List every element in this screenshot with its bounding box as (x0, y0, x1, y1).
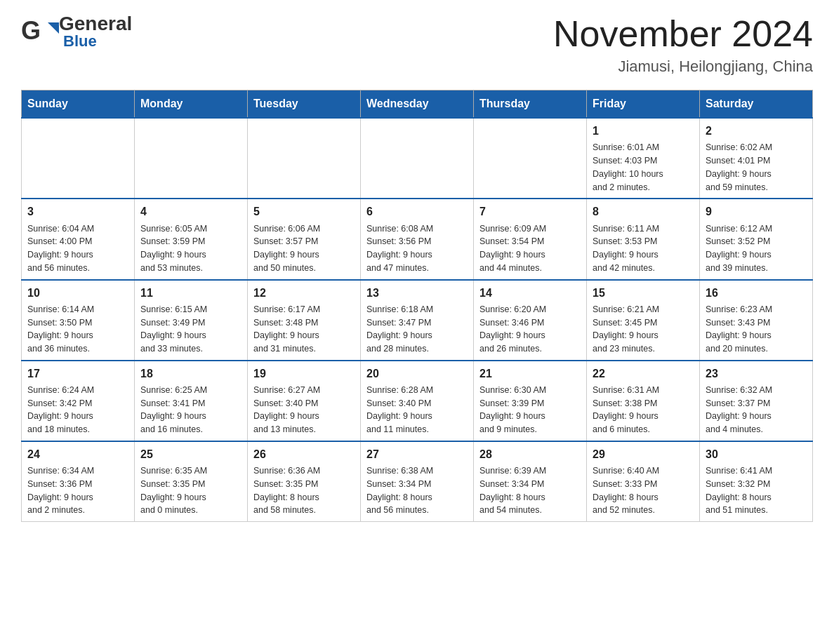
day-number: 20 (366, 365, 468, 382)
day-info: Sunrise: 6:15 AM Sunset: 3:49 PM Dayligh… (140, 303, 241, 356)
calendar-cell: 20Sunrise: 6:28 AM Sunset: 3:40 PM Dayli… (361, 361, 474, 441)
calendar-cell: 16Sunrise: 6:23 AM Sunset: 3:43 PM Dayli… (700, 280, 813, 361)
calendar-cell: 8Sunrise: 6:11 AM Sunset: 3:53 PM Daylig… (587, 199, 700, 279)
calendar-cell (361, 118, 474, 199)
day-number: 30 (706, 446, 807, 462)
day-number: 28 (479, 446, 581, 462)
day-number: 3 (27, 203, 128, 220)
calendar-cell: 18Sunrise: 6:25 AM Sunset: 3:41 PM Dayli… (135, 361, 248, 441)
day-info: Sunrise: 6:14 AM Sunset: 3:50 PM Dayligh… (27, 303, 128, 356)
calendar-week-row: 10Sunrise: 6:14 AM Sunset: 3:50 PM Dayli… (22, 280, 813, 361)
calendar-cell: 1Sunrise: 6:01 AM Sunset: 4:03 PM Daylig… (587, 118, 700, 199)
day-info: Sunrise: 6:25 AM Sunset: 3:41 PM Dayligh… (140, 384, 241, 436)
day-number: 8 (593, 203, 694, 220)
calendar-cell: 17Sunrise: 6:24 AM Sunset: 3:42 PM Dayli… (22, 361, 135, 441)
day-number: 11 (140, 285, 241, 301)
day-number: 10 (27, 285, 128, 301)
weekday-header-row: SundayMondayTuesdayWednesdayThursdayFrid… (22, 90, 813, 119)
calendar-cell: 14Sunrise: 6:20 AM Sunset: 3:46 PM Dayli… (474, 280, 587, 361)
day-number: 27 (366, 446, 468, 462)
logo-general-text: General (59, 14, 132, 34)
calendar-cell: 11Sunrise: 6:15 AM Sunset: 3:49 PM Dayli… (135, 280, 248, 361)
calendar-cell: 10Sunrise: 6:14 AM Sunset: 3:50 PM Dayli… (22, 280, 135, 361)
day-info: Sunrise: 6:06 AM Sunset: 3:57 PM Dayligh… (253, 222, 355, 275)
day-number: 17 (27, 365, 128, 382)
day-info: Sunrise: 6:11 AM Sunset: 3:53 PM Dayligh… (593, 222, 694, 275)
day-info: Sunrise: 6:41 AM Sunset: 3:32 PM Dayligh… (706, 464, 807, 517)
svg-text:G: G (21, 17, 41, 45)
page-header: G General Blue November 2024 Jiamusi, He… (21, 14, 813, 76)
calendar-cell: 9Sunrise: 6:12 AM Sunset: 3:52 PM Daylig… (700, 199, 813, 279)
day-number: 13 (366, 285, 468, 301)
day-info: Sunrise: 6:34 AM Sunset: 3:36 PM Dayligh… (27, 464, 128, 517)
calendar-cell (22, 118, 135, 199)
day-number: 21 (479, 365, 581, 382)
calendar-cell: 24Sunrise: 6:34 AM Sunset: 3:36 PM Dayli… (22, 441, 135, 522)
calendar-cell: 23Sunrise: 6:32 AM Sunset: 3:37 PM Dayli… (700, 361, 813, 441)
calendar-cell: 28Sunrise: 6:39 AM Sunset: 3:34 PM Dayli… (474, 441, 587, 522)
weekday-header: Thursday (474, 90, 587, 119)
day-number: 23 (706, 365, 807, 382)
weekday-header: Sunday (22, 90, 135, 119)
day-info: Sunrise: 6:27 AM Sunset: 3:40 PM Dayligh… (253, 384, 355, 436)
calendar-table: SundayMondayTuesdayWednesdayThursdayFrid… (21, 90, 813, 522)
day-info: Sunrise: 6:36 AM Sunset: 3:35 PM Dayligh… (253, 464, 355, 517)
day-number: 19 (253, 365, 355, 382)
calendar-week-row: 1Sunrise: 6:01 AM Sunset: 4:03 PM Daylig… (22, 118, 813, 199)
day-number: 24 (27, 446, 128, 462)
calendar-cell: 3Sunrise: 6:04 AM Sunset: 4:00 PM Daylig… (22, 199, 135, 279)
day-info: Sunrise: 6:21 AM Sunset: 3:45 PM Dayligh… (593, 303, 694, 356)
day-info: Sunrise: 6:40 AM Sunset: 3:33 PM Dayligh… (593, 464, 694, 517)
calendar-cell: 15Sunrise: 6:21 AM Sunset: 3:45 PM Dayli… (587, 280, 700, 361)
day-number: 9 (706, 203, 807, 220)
calendar-cell (474, 118, 587, 199)
day-number: 29 (593, 446, 694, 462)
day-info: Sunrise: 6:39 AM Sunset: 3:34 PM Dayligh… (479, 464, 581, 517)
calendar-cell (135, 118, 248, 199)
weekday-header: Wednesday (361, 90, 474, 119)
day-info: Sunrise: 6:05 AM Sunset: 3:59 PM Dayligh… (140, 222, 241, 275)
day-number: 26 (253, 446, 355, 462)
calendar-cell: 5Sunrise: 6:06 AM Sunset: 3:57 PM Daylig… (248, 199, 361, 279)
calendar-cell: 19Sunrise: 6:27 AM Sunset: 3:40 PM Dayli… (248, 361, 361, 441)
calendar-cell (248, 118, 361, 199)
day-number: 14 (479, 285, 581, 301)
day-number: 15 (593, 285, 694, 301)
day-number: 5 (253, 203, 355, 220)
day-number: 2 (706, 123, 807, 139)
day-info: Sunrise: 6:31 AM Sunset: 3:38 PM Dayligh… (593, 384, 694, 436)
calendar-cell: 27Sunrise: 6:38 AM Sunset: 3:34 PM Dayli… (361, 441, 474, 522)
calendar-week-row: 17Sunrise: 6:24 AM Sunset: 3:42 PM Dayli… (22, 361, 813, 441)
day-info: Sunrise: 6:23 AM Sunset: 3:43 PM Dayligh… (706, 303, 807, 356)
day-info: Sunrise: 6:28 AM Sunset: 3:40 PM Dayligh… (366, 384, 468, 436)
calendar-cell: 13Sunrise: 6:18 AM Sunset: 3:47 PM Dayli… (361, 280, 474, 361)
day-number: 1 (593, 123, 694, 139)
logo: G General Blue (21, 14, 132, 51)
day-info: Sunrise: 6:12 AM Sunset: 3:52 PM Dayligh… (706, 222, 807, 275)
day-number: 4 (140, 203, 241, 220)
title-area: November 2024 Jiamusi, Heilongjiang, Chi… (553, 14, 813, 76)
day-number: 6 (366, 203, 468, 220)
day-number: 18 (140, 365, 241, 382)
day-info: Sunrise: 6:30 AM Sunset: 3:39 PM Dayligh… (479, 384, 581, 436)
calendar-cell: 21Sunrise: 6:30 AM Sunset: 3:39 PM Dayli… (474, 361, 587, 441)
logo-icon: G (21, 17, 59, 48)
calendar-cell: 12Sunrise: 6:17 AM Sunset: 3:48 PM Dayli… (248, 280, 361, 361)
calendar-cell: 2Sunrise: 6:02 AM Sunset: 4:01 PM Daylig… (700, 118, 813, 199)
day-info: Sunrise: 6:35 AM Sunset: 3:35 PM Dayligh… (140, 464, 241, 517)
calendar-cell: 29Sunrise: 6:40 AM Sunset: 3:33 PM Dayli… (587, 441, 700, 522)
day-number: 22 (593, 365, 694, 382)
calendar-week-row: 24Sunrise: 6:34 AM Sunset: 3:36 PM Dayli… (22, 441, 813, 522)
day-info: Sunrise: 6:01 AM Sunset: 4:03 PM Dayligh… (593, 141, 694, 194)
day-info: Sunrise: 6:09 AM Sunset: 3:54 PM Dayligh… (479, 222, 581, 275)
day-number: 7 (479, 203, 581, 220)
weekday-header: Saturday (700, 90, 813, 119)
calendar-cell: 6Sunrise: 6:08 AM Sunset: 3:56 PM Daylig… (361, 199, 474, 279)
day-info: Sunrise: 6:04 AM Sunset: 4:00 PM Dayligh… (27, 222, 128, 275)
calendar-cell: 4Sunrise: 6:05 AM Sunset: 3:59 PM Daylig… (135, 199, 248, 279)
day-number: 16 (706, 285, 807, 301)
day-info: Sunrise: 6:24 AM Sunset: 3:42 PM Dayligh… (27, 384, 128, 436)
svg-marker-1 (48, 22, 59, 34)
day-info: Sunrise: 6:20 AM Sunset: 3:46 PM Dayligh… (479, 303, 581, 356)
day-number: 25 (140, 446, 241, 462)
